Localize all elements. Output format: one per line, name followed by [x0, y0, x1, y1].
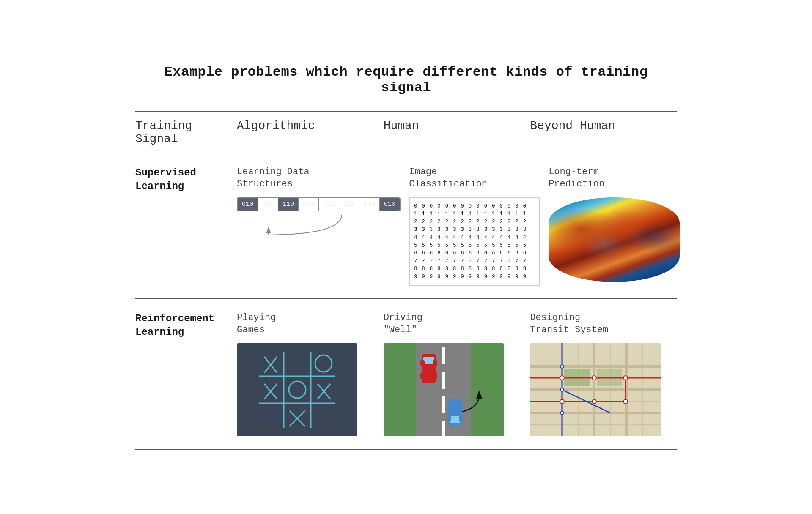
reinforcement-label-line2: Learning [135, 326, 184, 338]
mnist-row-5: 5 5 5 5 5 5 5 5 5 5 5 5 5 5 5 [414, 242, 535, 250]
ttt-visual [237, 343, 357, 436]
supervised-human: Image Classification 0 0 0 0 0 0 0 0 0 0… [409, 166, 549, 286]
svg-point-64 [560, 411, 564, 415]
mnist-row-1: 1 1 1 1 1 1 1 1 1 1 1 1 1 1 1 [414, 210, 535, 218]
svg-point-5 [315, 355, 332, 372]
supervised-row: Supervised Learning Learning Data Struct… [135, 153, 677, 299]
array-cell-5: 111 [339, 198, 359, 211]
road-line-3 [442, 396, 445, 413]
reinforcement-human-title: Driving "Well" [384, 312, 522, 336]
road-line-2 [442, 372, 445, 389]
svg-rect-20 [433, 360, 437, 366]
reinforcement-beyond-title: Designing Transit System [530, 312, 668, 336]
supervised-algorithmic-title: Learning Data Structures [237, 166, 401, 190]
red-car-svg [418, 352, 439, 386]
driving-visual [384, 343, 504, 436]
data-array: 010 110 110 000 011 111 000 010 [237, 197, 401, 211]
mnist-row-7: 7 7 7 7 7 7 7 7 7 7 7 7 7 7 7 [414, 257, 535, 265]
supervised-beyond: Long-term Prediction [549, 166, 688, 282]
mnist-visual: 0 0 0 0 0 0 0 0 0 0 0 0 0 0 0 1 1 1 1 1 … [409, 197, 540, 286]
svg-point-60 [592, 399, 596, 404]
page-container: Example problems which require different… [110, 47, 702, 466]
svg-rect-50 [597, 369, 622, 386]
svg-rect-18 [433, 373, 437, 379]
trajectory-arrow-svg [458, 391, 483, 416]
col-header-1: Algorithmic [237, 119, 384, 145]
mnist-row-8: 8 8 8 8 8 8 8 8 8 8 8 8 8 8 8 [414, 265, 535, 273]
transit-map-visual [530, 343, 661, 436]
climate-visual [549, 197, 680, 282]
array-cell-3: 000 [299, 198, 319, 211]
supervised-label: Supervised Learning [135, 166, 237, 192]
table: Training Signal Algorithmic Human Beyond… [135, 111, 677, 449]
ttt-svg [255, 347, 340, 432]
col-header-3: Beyond Human [530, 119, 677, 145]
reinforcement-label: Reinforcement Learning [135, 312, 237, 338]
svg-point-63 [560, 388, 564, 391]
supervised-label-line1: Supervised [135, 167, 196, 178]
reinforcement-algorithmic: Playing Games [237, 312, 384, 436]
svg-point-8 [289, 381, 306, 398]
climate-bg [549, 197, 680, 282]
array-cell-1: 110 [258, 198, 278, 211]
svg-point-61 [623, 399, 628, 404]
header-row: Training Signal Algorithmic Human Beyond… [135, 112, 677, 153]
array-cell-7: 010 [380, 198, 400, 211]
svg-rect-49 [564, 369, 590, 386]
array-cell-2: 110 [278, 198, 299, 211]
array-cell-0: 010 [238, 198, 258, 211]
supervised-beyond-title: Long-term Prediction [549, 166, 680, 190]
svg-point-58 [623, 376, 628, 380]
svg-rect-24 [459, 416, 463, 421]
svg-rect-23 [447, 416, 451, 421]
supervised-algorithmic: Learning Data Structures 010 110 110 000… [237, 166, 409, 238]
col-header-0: Training Signal [135, 119, 237, 145]
reinforcement-row: Reinforcement Learning Playing Games [135, 299, 677, 449]
array-cell-6: 000 [359, 198, 380, 211]
arrow-svg [237, 213, 347, 238]
data-structures-visual: 010 110 110 000 011 111 000 010 [237, 197, 401, 238]
svg-rect-22 [450, 416, 460, 423]
transit-map-svg [530, 343, 661, 436]
mnist-row-0: 0 0 0 0 0 0 0 0 0 0 0 0 0 0 0 [414, 202, 535, 211]
mnist-row-4: 4 4 4 4 4 4 4 4 4 4 4 4 4 4 4 [414, 234, 535, 242]
main-title: Example problems which require different… [135, 64, 677, 96]
svg-point-56 [560, 376, 564, 380]
col-header-2: Human [384, 119, 530, 145]
mnist-row-6: 6 6 6 6 6 6 6 6 6 6 6 6 6 6 6 [414, 249, 535, 257]
supervised-label-line2: Learning [135, 180, 184, 192]
reinforcement-algorithmic-title: Playing Games [237, 312, 375, 336]
continent-overlay [549, 197, 680, 282]
mnist-row-9: 9 9 9 9 9 9 9 9 9 9 9 9 9 9 9 [414, 273, 535, 281]
svg-rect-25 [447, 404, 451, 410]
reinforcement-human: Driving "Well" [384, 312, 530, 436]
reinforcement-label-line1: Reinforcement [135, 313, 214, 324]
supervised-human-title: Image Classification [409, 166, 540, 190]
arrow-visual [237, 213, 347, 238]
svg-rect-16 [423, 357, 434, 364]
svg-rect-17 [420, 373, 425, 379]
mnist-grid: 0 0 0 0 0 0 0 0 0 0 0 0 0 0 0 1 1 1 1 1 … [414, 202, 535, 281]
svg-point-57 [592, 376, 596, 380]
mnist-row-3: 3 3 3 3 3 3 3 3 3 3 3 3 3 3 3 [414, 226, 535, 234]
array-cell-4: 011 [319, 198, 339, 211]
road-line-1 [442, 347, 445, 364]
mnist-row-2: 2 2 2 2 2 2 2 2 2 2 2 2 2 2 2 [414, 218, 535, 226]
svg-point-59 [560, 399, 564, 404]
svg-rect-47 [593, 343, 595, 436]
svg-rect-19 [420, 360, 425, 366]
svg-point-62 [560, 365, 564, 368]
reinforcement-beyond: Designing Transit System [530, 312, 677, 436]
road-line-4 [442, 421, 445, 436]
